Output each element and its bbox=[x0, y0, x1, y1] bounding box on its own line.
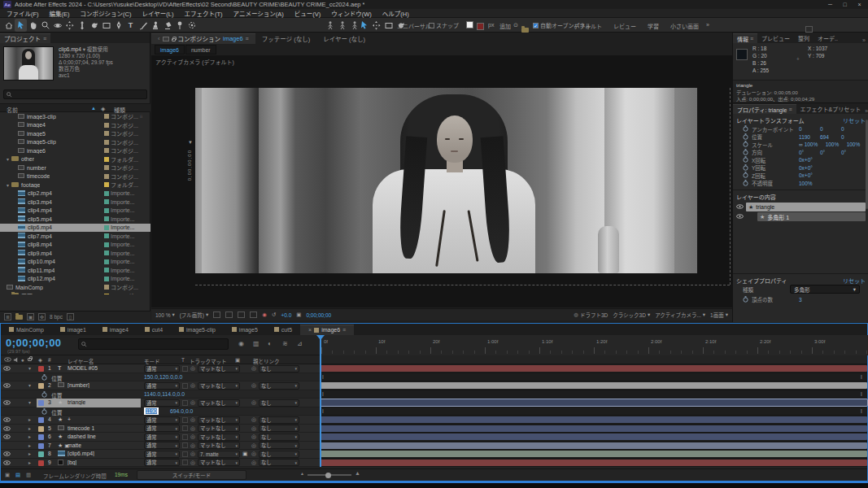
parent-pickwhip-icon[interactable]: ◎ bbox=[251, 442, 256, 449]
tab-layer[interactable]: レイヤー (なし) bbox=[316, 33, 372, 44]
graph-editor-icon[interactable]: ⊿ bbox=[297, 340, 303, 347]
pickwhip-icon[interactable]: ◎ bbox=[190, 451, 195, 457]
mode-dropdown[interactable]: 通常▾ bbox=[144, 442, 180, 449]
layer-row[interactable]: ▸8[clip6.mp4]通常▾◎7. matte▾▣◎なし▾ bbox=[1, 450, 867, 459]
layer-duration-bar[interactable] bbox=[321, 425, 867, 432]
tab-project[interactable]: プロジェクト≡ bbox=[0, 33, 50, 43]
label-color-chip[interactable] bbox=[104, 191, 109, 196]
mode-dropdown[interactable]: 通常▾ bbox=[144, 451, 180, 458]
property-value[interactable]: 1190 bbox=[799, 134, 820, 140]
parent-pickwhip-icon[interactable]: ◎ bbox=[251, 382, 256, 389]
label-color-chip[interactable] bbox=[104, 242, 109, 247]
expand-twirl[interactable]: ▸ bbox=[28, 425, 31, 431]
label-color-chip[interactable] bbox=[104, 225, 109, 230]
pan-camera-tool[interactable] bbox=[63, 19, 76, 32]
snapshot-icon[interactable]: ▣ bbox=[296, 312, 301, 318]
layer-color-chip[interactable] bbox=[38, 443, 44, 449]
trkmat-dropdown[interactable]: マットなし▾ bbox=[198, 399, 240, 407]
label-color-chip[interactable] bbox=[104, 148, 109, 153]
label-color-chip[interactable] bbox=[104, 114, 109, 119]
rectangle-tool[interactable] bbox=[100, 19, 112, 32]
mode-dropdown[interactable]: 通常▾ bbox=[144, 382, 180, 390]
project-item-row[interactable]: MainCompコンポジ... bbox=[0, 283, 150, 292]
project-item-row[interactable]: image6コンポジ... bbox=[0, 146, 150, 155]
auto-open-checkbox[interactable]: ✓ bbox=[533, 23, 539, 28]
comp-tab-cut5[interactable]: cut5 bbox=[266, 325, 300, 335]
workspace-overflow-chevron[interactable]: » bbox=[706, 22, 709, 28]
timeline-search-input[interactable] bbox=[78, 338, 229, 350]
workspace-レビュー[interactable]: レビュー bbox=[613, 22, 636, 30]
expand-twirl[interactable]: ▸ bbox=[28, 442, 31, 448]
property-row[interactable]: 位置1190694.0,0.0II bbox=[1, 407, 867, 416]
comp-tab-cut4[interactable]: cut4 bbox=[137, 325, 171, 335]
property-value[interactable]: 0x+0° bbox=[799, 165, 820, 171]
mode-dropdown[interactable]: 通常▾ bbox=[144, 365, 180, 373]
layer-color-chip[interactable] bbox=[38, 417, 44, 423]
project-item-row[interactable]: image4コンポジ... bbox=[0, 121, 150, 130]
switches-modes-button[interactable]: スイッチ/モード bbox=[137, 470, 246, 480]
comp-tab-MainComp[interactable]: MainComp bbox=[1, 325, 52, 335]
layer-color-chip[interactable] bbox=[38, 366, 44, 372]
project-item-row[interactable]: ▾footageフォルダ... bbox=[0, 181, 150, 190]
tab-effects-presets[interactable]: エフェクト&プリセット bbox=[796, 104, 866, 114]
stopwatch-icon[interactable] bbox=[743, 141, 748, 148]
workspace-学習[interactable]: 学習 bbox=[648, 22, 659, 30]
property-value[interactable]: 100% bbox=[826, 142, 847, 147]
draft-3d-button[interactable]: ◍ ドラフト3D bbox=[574, 311, 608, 319]
keyframe-icon[interactable]: I bbox=[861, 374, 862, 380]
project-item-row[interactable]: clip10.mp4Importe... bbox=[0, 258, 150, 267]
label-color-chip[interactable] bbox=[104, 285, 109, 290]
project-item-row[interactable]: clip7.mp4Importe... bbox=[0, 232, 150, 241]
label-color-chip[interactable] bbox=[104, 157, 109, 162]
zoom-to-frame-icon[interactable]: ▤ bbox=[15, 472, 20, 478]
stopwatch-icon[interactable] bbox=[41, 408, 47, 416]
workspace-search-icon[interactable] bbox=[805, 26, 813, 33]
interpret-footage-button[interactable]: ≣ bbox=[4, 313, 11, 320]
property-value[interactable]: 0 bbox=[820, 126, 841, 132]
project-item-row[interactable]: ▸平面フォルダ... bbox=[0, 292, 150, 295]
property-row[interactable]: 位置150.0,120.0,0.0II bbox=[1, 373, 867, 382]
crumb-number[interactable]: number bbox=[185, 45, 216, 54]
eye-icon[interactable] bbox=[3, 400, 11, 406]
timeline-zoom-slider[interactable] bbox=[308, 474, 351, 476]
stopwatch-icon[interactable] bbox=[743, 164, 748, 172]
layer-row[interactable]: ▾3★triangle通常▾◎マットなし▾◎なし▾ bbox=[1, 399, 867, 407]
shape-type-dropdown[interactable]: 多角形▾ bbox=[790, 285, 860, 294]
menu-item[interactable]: アニメーション(A) bbox=[233, 9, 284, 18]
keyframe-icon[interactable]: I bbox=[322, 408, 324, 414]
reset-exposure-icon[interactable]: ↺ bbox=[272, 312, 276, 318]
workspace-デフォルト[interactable]: デフォルト bbox=[574, 22, 602, 30]
expand-out-point-icon[interactable]: ▥ bbox=[26, 472, 31, 478]
label-color-chip[interactable] bbox=[104, 294, 109, 294]
parent-pickwhip-icon[interactable]: ◎ bbox=[251, 416, 256, 423]
property-value[interactable]: 0 bbox=[841, 126, 862, 132]
preserve-transparency-checkbox[interactable] bbox=[182, 434, 188, 440]
trkmat-dropdown[interactable]: マットなし▾ bbox=[198, 459, 240, 466]
roi-icon[interactable] bbox=[213, 312, 220, 318]
layer-name[interactable]: timecode 1 bbox=[68, 425, 94, 431]
current-timecode[interactable]: 0;00;00;00 bbox=[6, 337, 62, 349]
layer-row[interactable]: ▸4★+通常▾◎マットなし▾◎なし▾ bbox=[1, 416, 867, 425]
preserve-transparency-checkbox[interactable] bbox=[182, 366, 188, 372]
collapse-twirl[interactable]: ▾ bbox=[28, 365, 31, 371]
folder-closed-twirl[interactable]: ▸ bbox=[7, 293, 9, 294]
type-tool[interactable]: T bbox=[124, 19, 137, 32]
layer-duration-bar[interactable] bbox=[321, 399, 867, 406]
universal-gizmo-label[interactable]: ユニバーサル bbox=[397, 22, 431, 30]
viewer-timecode[interactable]: 0;00;00;00 bbox=[306, 312, 331, 318]
property-value[interactable]: 150.0,120.0,0.0 bbox=[144, 374, 182, 380]
property-value[interactable]: 1140.0,114.0,0.0 bbox=[144, 391, 185, 397]
layer-row[interactable]: ▸6★dashed line通常▾◎マットなし▾◎なし▾ bbox=[1, 433, 867, 442]
trkmat-dropdown[interactable]: マットなし▾ bbox=[198, 416, 240, 424]
parent-pickwhip-icon[interactable]: ◎ bbox=[251, 434, 256, 440]
pickwhip-icon[interactable]: ◎ bbox=[190, 365, 195, 372]
pickwhip-icon[interactable]: ◎ bbox=[190, 442, 195, 449]
menu-item[interactable]: ビュー(V) bbox=[294, 9, 321, 18]
parent-dropdown[interactable]: なし▾ bbox=[259, 416, 299, 424]
stopwatch-icon[interactable] bbox=[743, 133, 748, 141]
property-value[interactable]: 0° bbox=[820, 150, 841, 155]
pickwhip-icon[interactable]: ◎ bbox=[190, 434, 195, 440]
keyframe-icon[interactable]: I bbox=[322, 391, 324, 397]
tab-overflow-chevron[interactable]: » bbox=[862, 37, 868, 43]
world-axis-mode-button[interactable] bbox=[336, 19, 348, 32]
